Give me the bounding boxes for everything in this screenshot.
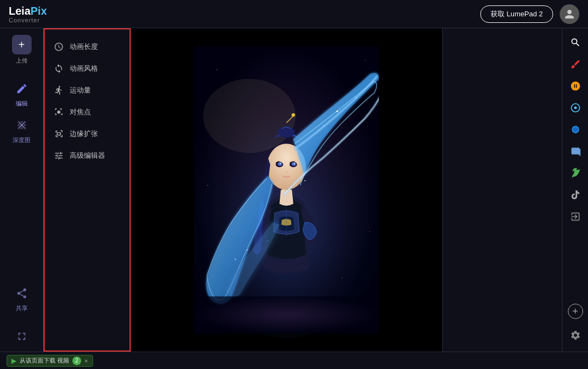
fullscreen-icon[interactable] [13, 328, 30, 345]
svg-point-14 [292, 114, 294, 116]
advanced-editor-label: 高级编辑器 [70, 151, 105, 161]
settings2-icon-btn[interactable] [566, 98, 585, 118]
svg-point-19 [246, 249, 248, 251]
logo-area: LeiaPix Converter [9, 5, 480, 23]
upload-label: 上传 [16, 57, 28, 65]
svg-point-18 [235, 259, 236, 260]
panel-item-motion[interactable]: 运动量 [45, 79, 130, 101]
add-button[interactable]: + [568, 304, 583, 319]
panel-item-focus[interactable]: 对焦点 [45, 101, 130, 123]
user-icon [564, 9, 575, 20]
image-display [131, 28, 442, 352]
edit-icon [13, 80, 30, 97]
depth-icon [13, 116, 30, 134]
settings-icon-btn[interactable] [566, 325, 585, 345]
upload-plus-button[interactable]: + [12, 35, 32, 54]
edit-panel: 动画长度 动画风格 运动量 对焦点 边缘 [44, 28, 131, 352]
search-icon-btn[interactable] [566, 33, 585, 52]
animation-length-label: 动画长度 [70, 42, 98, 52]
svg-point-16 [355, 97, 357, 99]
header: LeiaPix Converter 获取 LumePad 2 [0, 0, 588, 28]
animation-style-label: 动画风格 [70, 64, 98, 73]
user-avatar[interactable] [560, 4, 579, 24]
panel-item-animation-style[interactable]: 动画风格 [45, 58, 130, 79]
leaf-icon-btn[interactable] [566, 163, 585, 183]
tiktok-icon-btn[interactable] [566, 185, 585, 205]
svg-point-9 [280, 163, 281, 164]
svg-point-10 [293, 163, 295, 164]
play-icon: ▶ [11, 357, 16, 365]
content-area [131, 28, 442, 352]
right-panel [442, 28, 562, 352]
sidebar-bottom: 共享 [13, 285, 30, 345]
svg-point-15 [336, 110, 338, 112]
edit-label: 编辑 [16, 100, 28, 108]
download-text: 从该页面下载 视频 [20, 356, 69, 365]
panel-item-animation-length[interactable]: 动画长度 [45, 36, 130, 58]
focus-icon [53, 107, 64, 118]
advanced-icon [53, 150, 64, 161]
share-icon[interactable] [13, 285, 30, 302]
left-sidebar: + 上传 编辑 深度图 共享 [0, 28, 44, 352]
sidebar-item-depth[interactable]: 深度图 [0, 112, 43, 149]
face-icon-btn[interactable] [566, 76, 585, 96]
share-label: 共享 [16, 304, 28, 312]
depth-label: 深度图 [13, 136, 30, 144]
logo-leia: Leia [9, 5, 30, 17]
arrow-icon-btn[interactable] [566, 207, 585, 226]
svg-point-20 [304, 180, 306, 182]
download-count: 2 [72, 356, 81, 365]
download-badge[interactable]: ▶ 从该页面下载 视频 2 × [7, 355, 93, 367]
header-right: 获取 LumePad 2 [480, 4, 579, 24]
clock-icon [53, 41, 64, 52]
character-illustration [194, 28, 379, 352]
sidebar-item-edit[interactable]: 编辑 [0, 76, 43, 112]
svg-point-25 [207, 185, 209, 186]
close-download-button[interactable]: × [84, 358, 88, 364]
chat-icon-btn[interactable] [566, 142, 585, 161]
edge-icon [53, 128, 64, 139]
blue-dot-icon-btn[interactable] [566, 120, 585, 139]
svg-point-21 [267, 241, 268, 242]
svg-point-23 [365, 60, 366, 61]
motion-icon [53, 85, 64, 96]
main-area: + 上传 编辑 深度图 共享 [0, 28, 588, 352]
motion-label: 运动量 [70, 85, 91, 95]
svg-point-24 [369, 231, 370, 232]
focus-label: 对焦点 [70, 107, 91, 117]
svg-point-2 [203, 79, 296, 153]
panel-item-advanced-editor[interactable]: 高级编辑器 [45, 145, 130, 167]
far-right-bar: + [562, 28, 588, 352]
svg-point-17 [323, 125, 324, 126]
svg-point-11 [278, 127, 295, 138]
svg-point-28 [574, 107, 577, 109]
logo-pix: Pix [30, 5, 47, 17]
logo-subtitle: Converter [9, 17, 480, 23]
svg-point-22 [217, 69, 218, 70]
logo-title: LeiaPix [9, 5, 480, 17]
get-lumepad-button[interactable]: 获取 LumePad 2 [480, 5, 553, 23]
loop-icon [53, 63, 64, 74]
brush-icon-btn[interactable] [566, 54, 585, 74]
edge-expand-label: 边缘扩张 [70, 129, 98, 139]
svg-rect-27 [194, 297, 379, 334]
svg-point-26 [341, 278, 342, 279]
panel-item-edge-expand[interactable]: 边缘扩张 [45, 123, 130, 145]
bottom-bar: ▶ 从该页面下载 视频 2 × [0, 352, 588, 369]
